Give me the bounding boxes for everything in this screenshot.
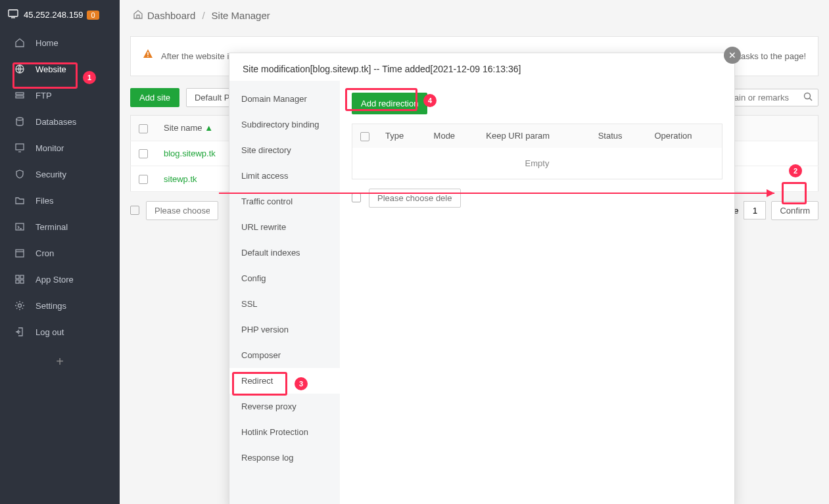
confirm-button[interactable]: Confirm: [771, 201, 818, 220]
nav-item-databases[interactable]: Databases: [0, 108, 120, 135]
modal-tab-ssl[interactable]: SSL: [229, 291, 340, 317]
svg-rect-11: [16, 275, 19, 279]
pane-col-type: Type: [377, 124, 426, 148]
appstore-icon: [14, 274, 25, 285]
notification-badge[interactable]: 0: [87, 11, 99, 20]
breadcrumb-home[interactable]: Dashboard: [147, 10, 195, 21]
warning-icon: [143, 46, 153, 66]
databases-icon: [14, 116, 25, 127]
pane-footer-checkbox[interactable]: [352, 193, 361, 202]
svg-rect-4: [16, 96, 24, 98]
modal-tab-list: Domain ManagerSubdirectory bindingSite d…: [229, 81, 340, 504]
nav-item-files[interactable]: Files: [0, 187, 120, 214]
nav-label: Databases: [36, 117, 76, 127]
nav-label: Terminal: [36, 222, 68, 232]
search-wrap: [721, 89, 818, 106]
site-modification-modal: ✕ Site modification[blog.sitewp.tk] -- T…: [229, 53, 735, 504]
svg-point-18: [805, 93, 811, 99]
redirect-table: TypeModeKeep URI paramStatusOperation Em…: [352, 124, 722, 179]
svg-rect-13: [16, 280, 19, 283]
svg-rect-6: [16, 144, 24, 150]
add-site-button[interactable]: Add site: [130, 88, 179, 107]
nav-item-logout[interactable]: Log out: [0, 319, 120, 345]
modal-tab-php-version[interactable]: PHP version: [229, 317, 340, 342]
modal-tab-reverse-proxy[interactable]: Reverse proxy: [229, 394, 340, 419]
nav-label: Files: [36, 196, 53, 206]
breadcrumb-current: Site Manager: [212, 10, 270, 21]
modal-tab-subdirectory-binding[interactable]: Subdirectory binding: [229, 112, 340, 137]
modal-tab-config[interactable]: Config: [229, 265, 340, 291]
nav-item-cron[interactable]: Cron: [0, 240, 120, 266]
nav-label: Website: [36, 64, 66, 74]
modal-title: Site modification[blog.sitewp.tk] -- Tim…: [229, 53, 734, 81]
page-number-input[interactable]: [744, 201, 766, 219]
site-link[interactable]: blog.sitewp.tk: [164, 149, 216, 158]
bulk-action-select[interactable]: [146, 201, 218, 220]
svg-line-19: [810, 99, 813, 101]
pane-col-status: Status: [590, 124, 647, 148]
svg-rect-12: [20, 275, 24, 279]
modal-tab-hotlink-protection[interactable]: Hotlink Protection: [229, 419, 340, 445]
site-link[interactable]: sitewp.tk: [164, 174, 197, 184]
sidebar-header: 45.252.248.159 0: [0, 0, 120, 30]
nav-item-security[interactable]: Security: [0, 161, 120, 187]
modal-tab-default-indexes[interactable]: Default indexes: [229, 240, 340, 265]
nav-label: Monitor: [36, 143, 64, 153]
nav-label: Security: [36, 170, 66, 179]
modal-tab-redirect[interactable]: Redirect: [229, 368, 340, 394]
files-icon: [14, 195, 25, 206]
add-redirection-button[interactable]: Add redirection: [352, 93, 427, 114]
svg-rect-14: [20, 280, 24, 283]
modal-close-button[interactable]: ✕: [724, 47, 741, 64]
cron-icon: [14, 248, 25, 258]
modal-tab-domain-manager[interactable]: Domain Manager: [229, 86, 340, 112]
close-icon: ✕: [728, 50, 736, 60]
breadcrumb-separator: /: [202, 10, 204, 21]
modal-tab-url-rewrite[interactable]: URL rewrite: [229, 214, 340, 240]
nav-item-ftp[interactable]: FTP: [0, 82, 120, 108]
redirect-pane: Add redirection TypeModeKeep URI paramSt…: [340, 81, 734, 504]
nav-label: Settings: [36, 301, 66, 311]
nav-item-settings[interactable]: Settings: [0, 292, 120, 319]
nav-item-home[interactable]: Home: [0, 30, 120, 56]
footer-checkbox[interactable]: [130, 206, 139, 215]
search-input[interactable]: [727, 93, 799, 103]
pane-col-mode: Mode: [426, 124, 479, 148]
select-all-checkbox[interactable]: [139, 124, 148, 133]
ftp-icon: [14, 90, 25, 101]
pane-delete-select[interactable]: [369, 189, 461, 208]
row-checkbox[interactable]: [139, 149, 148, 158]
modal-tab-response-log[interactable]: Response log: [229, 445, 340, 470]
settings-icon: [14, 300, 25, 311]
website-icon: [14, 64, 25, 74]
row-checkbox[interactable]: [139, 175, 148, 184]
svg-point-15: [18, 304, 22, 308]
svg-point-5: [16, 118, 23, 120]
nav-item-website[interactable]: Website: [0, 56, 120, 82]
add-nav-item[interactable]: +: [0, 345, 120, 378]
security-icon: [14, 169, 25, 179]
nav-item-appstore[interactable]: App Store: [0, 266, 120, 292]
modal-tab-limit-access[interactable]: Limit access: [229, 163, 340, 189]
modal-tab-traffic-control[interactable]: Traffic control: [229, 189, 340, 214]
nav-label: Home: [36, 38, 59, 48]
svg-rect-9: [16, 250, 24, 257]
logout-icon: [14, 327, 25, 337]
terminal-icon: [14, 221, 25, 232]
nav-item-terminal[interactable]: Terminal: [0, 214, 120, 240]
nav-label: Log out: [36, 327, 64, 337]
modal-tab-site-directory[interactable]: Site directory: [229, 137, 340, 163]
svg-rect-16: [147, 52, 148, 55]
pane-col-operation: Operation: [646, 124, 722, 148]
modal-tab-composer[interactable]: Composer: [229, 342, 340, 368]
plus-icon: +: [56, 354, 64, 369]
nav-label: FTP: [36, 91, 52, 101]
nav-item-monitor[interactable]: Monitor: [0, 135, 120, 161]
empty-label: Empty: [352, 148, 722, 179]
pane-col-keep-uri-param: Keep URI param: [478, 124, 590, 148]
home-icon: [133, 9, 143, 22]
pane-select-all[interactable]: [360, 132, 369, 141]
home-icon: [14, 37, 25, 48]
sort-arrow-icon: ▲: [204, 123, 213, 133]
search-icon[interactable]: [803, 92, 813, 103]
